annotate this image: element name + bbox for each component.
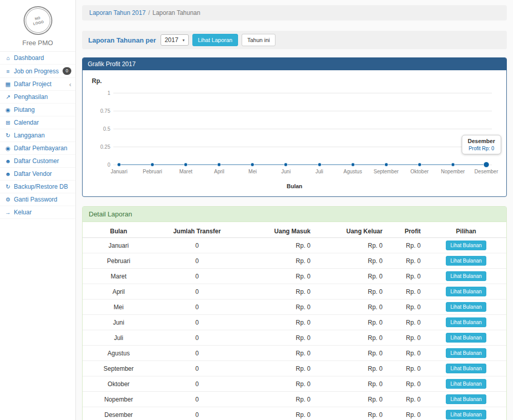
calendar-icon: ⊞ (4, 119, 12, 126)
table-row: Desember0Rp. 0Rp. 0Rp. 0Lihat Bulanan (83, 407, 506, 420)
cell-profit: Rp. 0 (388, 299, 426, 315)
sidebar-item-keluar[interactable]: →Keluar (0, 206, 75, 219)
lihat-bulanan-button[interactable]: Lihat Bulanan (446, 364, 486, 373)
lihat-bulanan-button[interactable]: Lihat Bulanan (446, 394, 486, 404)
breadcrumb-link[interactable]: Laporan Tahun 2017 (89, 9, 146, 16)
lihat-bulanan-button[interactable]: Lihat Bulanan (446, 317, 486, 327)
filter-label: Laporan Tahunan per (88, 36, 156, 44)
data-point-april[interactable] (217, 163, 221, 167)
dashboard-icon: ⌂ (4, 55, 12, 61)
subscription-icon: ↻ (4, 132, 12, 139)
line-chart: 00.250.50.751JanuariPebruariMaretAprilMe… (113, 93, 492, 165)
data-point-juli[interactable] (318, 163, 322, 167)
data-point-maret[interactable] (184, 163, 188, 167)
cell-uang_keluar: Rp. 0 (315, 392, 387, 407)
chevron-left-icon: ‹ (69, 81, 71, 88)
lihat-bulanan-button[interactable]: Lihat Bulanan (446, 241, 486, 250)
cell-uang_keluar: Rp. 0 (315, 269, 387, 284)
data-point-mei[interactable] (250, 163, 254, 167)
data-point-september[interactable] (384, 163, 388, 167)
cell-profit: Rp. 0 (388, 315, 426, 330)
table-row: September0Rp. 0Rp. 0Rp. 0Lihat Bulanan (83, 361, 506, 376)
cell-bulan: Desember (83, 407, 154, 420)
chart-area: Rp. 00.250.50.751JanuariPebruariMaretApr… (83, 70, 506, 196)
gridline: 0.5 (113, 129, 492, 129)
lihat-laporan-button[interactable]: Lihat Laporan (192, 34, 238, 46)
cell-pilihan: Lihat Bulanan (426, 376, 506, 392)
data-point-januari[interactable] (117, 163, 121, 167)
cell-uang_keluar: Rp. 0 (315, 299, 387, 315)
y-tick-label: 0.75 (91, 108, 110, 114)
table-row: Mei0Rp. 0Rp. 0Rp. 0Lihat Bulanan (83, 299, 506, 315)
cell-pilihan: Lihat Bulanan (426, 299, 506, 315)
cell-uang_keluar: Rp. 0 (315, 253, 387, 269)
table-header-row: BulanJumlah TransferUang MasukUang Kelua… (83, 225, 506, 238)
lihat-bulanan-button[interactable]: Lihat Bulanan (446, 287, 486, 296)
data-point-agustus[interactable] (351, 163, 355, 167)
sidebar-item-daftar-project[interactable]: ▦Daftar Project‹ (0, 78, 75, 91)
lihat-bulanan-button[interactable]: Lihat Bulanan (446, 410, 486, 419)
lihat-bulanan-button[interactable]: Lihat Bulanan (446, 271, 486, 281)
column-header: Profit (388, 225, 426, 238)
detail-panel-title: Detail Laporan (83, 207, 506, 222)
sidebar-item-piutang[interactable]: ◉Piutang (0, 104, 75, 116)
chevron-down-icon: ▾ (183, 38, 185, 43)
table-row: Juni0Rp. 0Rp. 0Rp. 0Lihat Bulanan (83, 315, 506, 330)
sidebar-item-daftar-customer[interactable]: ☻Daftar Customer (0, 155, 75, 168)
cell-uang_keluar: Rp. 0 (315, 330, 387, 346)
tasks-icon: ≡ (4, 68, 12, 74)
cell-jumlah_transfer: 0 (154, 407, 239, 420)
sidebar-item-label: Langganan (14, 132, 45, 139)
filter-bar: Laporan Tahunan per 2017 ▾ Lihat Laporan… (82, 31, 507, 49)
cell-profit: Rp. 0 (388, 361, 426, 376)
sidebar-item-job-on-progress[interactable]: ≡Job on Progress0 (0, 65, 75, 78)
sidebar-item-label: Keluar (14, 209, 32, 216)
y-tick-label: 0 (91, 162, 110, 168)
data-point-nopember[interactable] (451, 163, 455, 167)
payment-icon: ◉ (4, 145, 12, 152)
lihat-bulanan-button[interactable]: Lihat Bulanan (446, 379, 486, 389)
lihat-bulanan-button[interactable]: Lihat Bulanan (446, 256, 486, 266)
cell-bulan: April (83, 284, 154, 299)
x-tick-label: Desember (475, 169, 498, 174)
lihat-bulanan-button[interactable]: Lihat Bulanan (446, 333, 486, 343)
page: NO LOGO Free PMO ⌂Dashboard≡Job on Progr… (0, 0, 513, 420)
lihat-bulanan-button[interactable]: Lihat Bulanan (446, 302, 486, 312)
sidebar-menu: ⌂Dashboard≡Job on Progress0▦Daftar Proje… (0, 52, 75, 219)
cell-uang_masuk: Rp. 0 (240, 284, 316, 299)
tahun-ini-button[interactable]: Tahun ini (242, 34, 275, 46)
data-point-oktober[interactable] (418, 163, 422, 167)
year-select[interactable]: 2017 ▾ (161, 34, 189, 46)
chart-panel: Grafik Profit 2017 Rp. 00.250.50.751Janu… (82, 57, 507, 197)
sidebar-item-daftar-pembayaran[interactable]: ◉Daftar Pembayaran (0, 142, 75, 155)
cell-bulan: Juli (83, 330, 154, 346)
cell-uang_masuk: Rp. 0 (240, 330, 316, 346)
logout-icon: → (4, 209, 12, 215)
lihat-bulanan-button[interactable]: Lihat Bulanan (446, 348, 486, 358)
data-point-desember[interactable] (483, 162, 489, 168)
sidebar: NO LOGO Free PMO ⌂Dashboard≡Job on Progr… (0, 0, 76, 420)
data-point-juni[interactable] (284, 163, 288, 167)
sidebar-item-calendar[interactable]: ⊞Calendar (0, 116, 75, 129)
cell-jumlah_transfer: 0 (154, 253, 239, 269)
cell-pilihan: Lihat Bulanan (426, 315, 506, 330)
sidebar-item-dashboard[interactable]: ⌂Dashboard (0, 52, 75, 65)
chart-line-icon: ↗ (4, 94, 12, 101)
cell-jumlah_transfer: 0 (154, 361, 239, 376)
report-table: BulanJumlah TransferUang MasukUang Kelua… (83, 225, 506, 420)
chart-panel-title: Grafik Profit 2017 (83, 58, 506, 70)
table-row: Oktober0Rp. 0Rp. 0Rp. 0Lihat Bulanan (83, 376, 506, 392)
cell-uang_keluar: Rp. 0 (315, 346, 387, 361)
sidebar-item-daftar-vendor[interactable]: ☻Daftar Vendor (0, 168, 75, 181)
sidebar-item-backup-restore-db[interactable]: ↻Backup/Restore DB (0, 181, 75, 193)
tooltip-value: Profit Rp: 0 (468, 146, 495, 151)
table-icon: ▦ (4, 81, 12, 88)
data-point-pebruari[interactable] (150, 163, 154, 167)
detail-panel: Detail Laporan BulanJumlah TransferUang … (82, 206, 507, 420)
sidebar-item-label: Penghasilan (14, 93, 48, 101)
x-tick-label: Juli (315, 169, 323, 174)
sidebar-item-langganan[interactable]: ↻Langganan (0, 129, 75, 142)
sidebar-item-penghasilan[interactable]: ↗Penghasilan (0, 91, 75, 104)
sidebar-item-ganti-password[interactable]: ⚙Ganti Password (0, 193, 75, 206)
cell-profit: Rp. 0 (388, 346, 426, 361)
